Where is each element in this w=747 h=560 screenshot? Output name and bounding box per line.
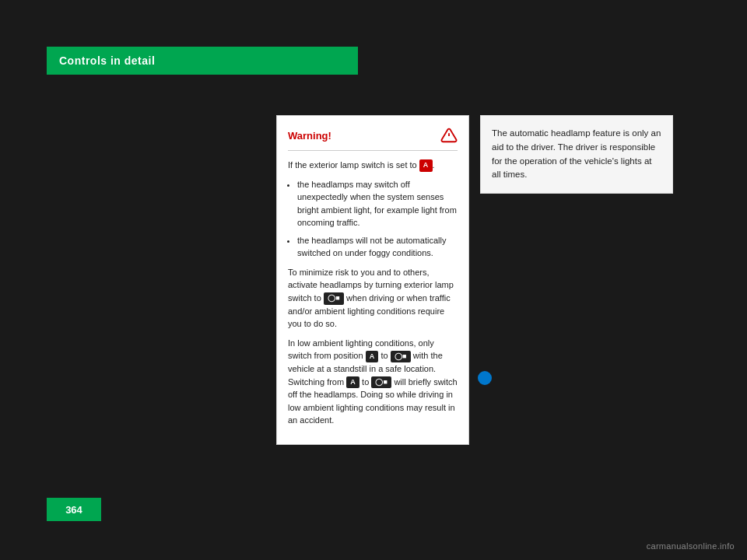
badge-lamp-2: ◯■ — [391, 351, 411, 363]
bullet-2: the headlamps will not be automatically … — [297, 234, 458, 260]
badge-a-intro: A — [419, 159, 433, 172]
warning-title: Warning! — [288, 130, 331, 142]
warning-box: Warning! If the exterior lamp switch is … — [276, 115, 469, 445]
badge-lamp: ◯■ — [324, 292, 344, 305]
info-box-text: The automatic headlamp feature is only a… — [492, 127, 661, 182]
warning-intro: If the exterior lamp switch is set to A. — [288, 159, 458, 172]
watermark: carmanualsonline.info — [647, 541, 735, 551]
header-bar: Controls in detail — [47, 47, 358, 75]
badge-a-1: A — [366, 351, 379, 363]
page-number: 364 — [65, 504, 82, 516]
badge-a-2: A — [346, 376, 359, 389]
warning-para1: To minimize risk to you and to others, a… — [288, 266, 458, 331]
navigation-dot[interactable] — [478, 371, 492, 385]
page-number-box: 364 — [47, 498, 101, 521]
info-box: The automatic headlamp feature is only a… — [480, 115, 673, 194]
warning-para2: In low ambient lighting conditions, only… — [288, 337, 458, 427]
warning-body: If the exterior lamp switch is set to A.… — [288, 159, 458, 427]
warning-header: Warning! — [288, 127, 458, 151]
warning-icon — [440, 127, 458, 144]
warning-bullets: the headlamps may switch off unexpectedl… — [297, 178, 458, 260]
header-title: Controls in detail — [59, 54, 155, 67]
bullet-1: the headlamps may switch off unexpectedl… — [297, 178, 458, 229]
badge-lamp-3: ◯■ — [371, 376, 391, 389]
